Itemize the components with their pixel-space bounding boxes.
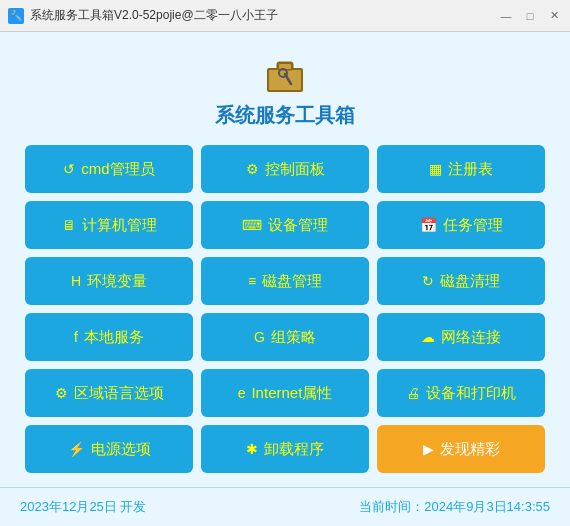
close-button[interactable]: ✕ xyxy=(546,9,562,23)
disk-mgmt-label: 磁盘管理 xyxy=(262,272,322,291)
tool-btn-internet-props[interactable]: eInternet属性 xyxy=(201,369,369,417)
control-panel-label: 控制面板 xyxy=(265,160,325,179)
network-icon: ☁ xyxy=(421,329,435,345)
registry-label: 注册表 xyxy=(448,160,493,179)
window-title: 系统服务工具箱V2.0-52pojie@二零一八小王子 xyxy=(30,7,498,24)
svg-rect-3 xyxy=(279,64,291,69)
control-panel-icon: ⚙ xyxy=(246,161,259,177)
tool-btn-computer-mgmt[interactable]: 🖥计算机管理 xyxy=(25,201,193,249)
tool-btn-local-services[interactable]: f本地服务 xyxy=(25,313,193,361)
app-title: 系统服务工具箱 xyxy=(215,102,355,129)
power-options-label: 电源选项 xyxy=(91,440,151,459)
tool-btn-devices-printers[interactable]: 🖨设备和打印机 xyxy=(377,369,545,417)
disk-clean-icon: ↻ xyxy=(422,273,434,289)
window-controls: — □ ✕ xyxy=(498,9,562,23)
internet-props-label: Internet属性 xyxy=(251,384,332,403)
region-lang-icon: ⚙ xyxy=(55,385,68,401)
footer-time: 当前时间：2024年9月3日14:3:55 xyxy=(359,498,550,516)
discover-label: 发现精彩 xyxy=(440,440,500,459)
group-policy-label: 组策略 xyxy=(271,328,316,347)
devices-printers-icon: 🖨 xyxy=(406,385,420,401)
local-services-icon: f xyxy=(74,329,78,345)
tool-btn-discover[interactable]: ▶发现精彩 xyxy=(377,425,545,473)
footer-date: 2023年12月25日 开发 xyxy=(20,498,146,516)
footer: 2023年12月25日 开发 当前时间：2024年9月3日14:3:55 xyxy=(0,487,570,526)
uninstall-label: 卸载程序 xyxy=(264,440,324,459)
minimize-button[interactable]: — xyxy=(498,9,514,23)
tool-btn-power-options[interactable]: ⚡电源选项 xyxy=(25,425,193,473)
task-mgmt-icon: 📅 xyxy=(420,217,437,233)
env-vars-label: 环境变量 xyxy=(87,272,147,291)
app-header: 系统服务工具箱 xyxy=(215,48,355,129)
discover-icon: ▶ xyxy=(423,441,434,457)
tool-btn-env-vars[interactable]: H环境变量 xyxy=(25,257,193,305)
tool-btn-region-lang[interactable]: ⚙区域语言选项 xyxy=(25,369,193,417)
disk-clean-label: 磁盘清理 xyxy=(440,272,500,291)
tool-btn-device-mgmt[interactable]: ⌨设备管理 xyxy=(201,201,369,249)
device-mgmt-label: 设备管理 xyxy=(268,216,328,235)
tool-btn-disk-mgmt[interactable]: ≡磁盘管理 xyxy=(201,257,369,305)
device-mgmt-icon: ⌨ xyxy=(242,217,262,233)
registry-icon: ▦ xyxy=(429,161,442,177)
power-options-icon: ⚡ xyxy=(68,441,85,457)
tool-btn-cmd[interactable]: ↺cmd管理员 xyxy=(25,145,193,193)
tool-btn-network[interactable]: ☁网络连接 xyxy=(377,313,545,361)
network-label: 网络连接 xyxy=(441,328,501,347)
title-bar: 🔧 系统服务工具箱V2.0-52pojie@二零一八小王子 — □ ✕ xyxy=(0,0,570,32)
tool-btn-uninstall[interactable]: ✱卸载程序 xyxy=(201,425,369,473)
computer-mgmt-label: 计算机管理 xyxy=(82,216,157,235)
tool-btn-control-panel[interactable]: ⚙控制面板 xyxy=(201,145,369,193)
computer-mgmt-icon: 🖥 xyxy=(62,217,76,233)
uninstall-icon: ✱ xyxy=(246,441,258,457)
region-lang-label: 区域语言选项 xyxy=(74,384,164,403)
maximize-button[interactable]: □ xyxy=(522,9,538,23)
tool-btn-task-mgmt[interactable]: 📅任务管理 xyxy=(377,201,545,249)
local-services-label: 本地服务 xyxy=(84,328,144,347)
tool-btn-group-policy[interactable]: G组策略 xyxy=(201,313,369,361)
tools-grid: ↺cmd管理员⚙控制面板▦注册表🖥计算机管理⌨设备管理📅任务管理H环境变量≡磁盘… xyxy=(25,145,545,473)
devices-printers-label: 设备和打印机 xyxy=(426,384,516,403)
main-content: 系统服务工具箱 ↺cmd管理员⚙控制面板▦注册表🖥计算机管理⌨设备管理📅任务管理… xyxy=(0,32,570,487)
tool-btn-registry[interactable]: ▦注册表 xyxy=(377,145,545,193)
cmd-label: cmd管理员 xyxy=(81,160,154,179)
internet-props-icon: e xyxy=(238,385,246,401)
env-vars-icon: H xyxy=(71,273,81,289)
group-policy-icon: G xyxy=(254,329,265,345)
app-icon-large xyxy=(261,48,309,96)
cmd-icon: ↺ xyxy=(63,161,75,177)
app-icon-small: 🔧 xyxy=(8,8,24,24)
disk-mgmt-icon: ≡ xyxy=(248,273,256,289)
tool-btn-disk-clean[interactable]: ↻磁盘清理 xyxy=(377,257,545,305)
task-mgmt-label: 任务管理 xyxy=(443,216,503,235)
